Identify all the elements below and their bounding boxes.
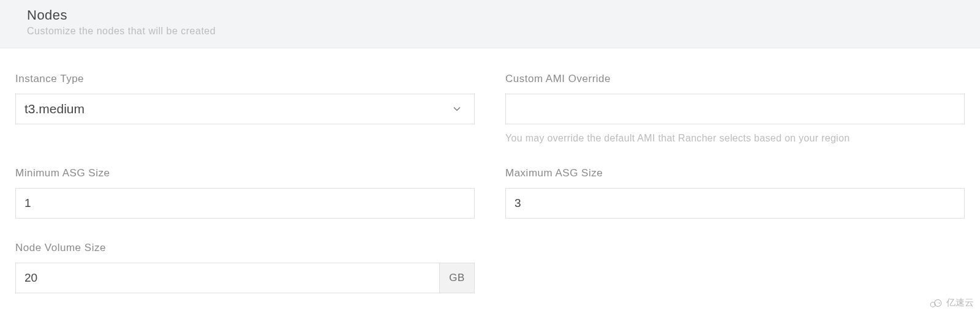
node-volume-group: GB [15, 263, 475, 293]
custom-ami-help: You may override the default AMI that Ra… [505, 133, 965, 144]
form-row-1: Instance Type t3.medium Custom AMI Overr… [15, 73, 965, 144]
form-row-3: Node Volume Size GB [15, 242, 965, 293]
empty-col [505, 242, 965, 293]
instance-type-select[interactable]: t3.medium [15, 94, 475, 124]
svg-point-2 [934, 304, 935, 305]
custom-ami-field: Custom AMI Override You may override the… [505, 73, 965, 144]
node-volume-label: Node Volume Size [15, 242, 475, 254]
custom-ami-input[interactable] [505, 94, 965, 124]
min-asg-input[interactable] [15, 188, 475, 219]
form-row-2: Minimum ASG Size Maximum ASG Size [15, 167, 965, 219]
min-asg-label: Minimum ASG Size [15, 167, 475, 179]
form-body: Instance Type t3.medium Custom AMI Overr… [0, 48, 980, 319]
svg-point-3 [939, 302, 940, 304]
node-volume-input[interactable] [15, 263, 439, 293]
section-title: Nodes [27, 7, 953, 23]
watermark-text: 亿速云 [946, 297, 974, 309]
instance-type-label: Instance Type [15, 73, 475, 85]
instance-type-field: Instance Type t3.medium [15, 73, 475, 144]
max-asg-label: Maximum ASG Size [505, 167, 965, 179]
instance-type-value: t3.medium [24, 102, 451, 116]
node-volume-unit: GB [439, 263, 475, 293]
chevron-down-icon [451, 103, 463, 115]
section-subtitle: Customize the nodes that will be created [27, 26, 953, 37]
svg-point-1 [935, 299, 941, 306]
min-asg-field: Minimum ASG Size [15, 167, 475, 219]
max-asg-field: Maximum ASG Size [505, 167, 965, 219]
custom-ami-label: Custom AMI Override [505, 73, 965, 85]
max-asg-input[interactable] [505, 188, 965, 219]
watermark: 亿速云 [928, 297, 974, 309]
node-volume-field: Node Volume Size GB [15, 242, 475, 293]
section-header: Nodes Customize the nodes that will be c… [0, 0, 980, 48]
